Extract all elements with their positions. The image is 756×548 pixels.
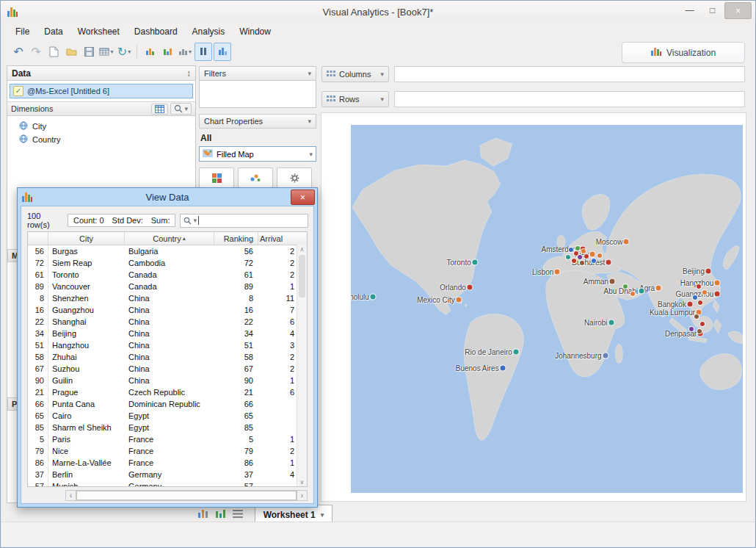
map-point[interactable] — [574, 251, 578, 256]
table-row[interactable]: 21PragueCzech Republic216 — [28, 386, 307, 398]
map-point[interactable] — [698, 300, 702, 305]
map-point[interactable] — [608, 320, 614, 325]
chart-type-select[interactable]: Filled Map ▾ — [199, 146, 316, 162]
table-row[interactable]: 72Siem ReapCambodia722 — [28, 257, 307, 269]
horizontal-scrollbar[interactable]: ‹ › — [65, 490, 308, 501]
map-point[interactable] — [566, 255, 570, 259]
rows-shelf[interactable] — [394, 91, 745, 107]
map-point[interactable] — [584, 254, 589, 259]
marks-properties-button[interactable] — [238, 167, 273, 188]
column-header-country[interactable]: Country▴ — [125, 232, 214, 245]
map-point[interactable] — [581, 249, 586, 253]
search-box[interactable]: ▾ — [180, 214, 308, 228]
map-point[interactable] — [575, 246, 580, 250]
table-row[interactable]: 61TorontoCanada612 — [28, 269, 307, 281]
map-point[interactable] — [697, 284, 701, 289]
dimension-field-country[interactable]: Country — [9, 133, 194, 146]
map-point[interactable] — [715, 281, 720, 286]
new-dashboard-button[interactable] — [215, 508, 226, 521]
filters-drop-area[interactable] — [199, 81, 316, 108]
map-point[interactable] — [610, 279, 615, 284]
settings-button[interactable] — [277, 167, 312, 188]
map-point[interactable] — [456, 298, 461, 303]
map-point[interactable] — [697, 329, 702, 334]
map-point[interactable] — [694, 314, 699, 319]
close-button[interactable]: × — [724, 2, 752, 19]
table-row[interactable]: 34BeijingChina344 — [28, 328, 307, 339]
columns-shelf[interactable] — [394, 66, 745, 82]
refresh-button[interactable]: ↻▾ — [116, 43, 132, 60]
map-point[interactable] — [715, 292, 720, 297]
column-header-arrival[interactable]: Arrival — [258, 232, 307, 245]
fit-view-button[interactable] — [195, 43, 212, 61]
table-row[interactable]: 79NiceFrance792 — [28, 445, 307, 457]
map-point[interactable] — [578, 255, 582, 259]
map-point[interactable] — [606, 260, 611, 265]
map-point[interactable] — [639, 289, 644, 294]
undo-button[interactable]: ↶ — [10, 43, 26, 60]
table-row[interactable]: 66Punta CanaDominican Republic66 — [28, 398, 307, 410]
map-point[interactable] — [472, 260, 477, 265]
collapse-expand-icon[interactable]: ↕ — [186, 68, 191, 79]
map-point[interactable] — [467, 285, 472, 290]
vertical-scrollbar[interactable]: ∧ ∨ — [297, 245, 307, 486]
columns-shelf-button[interactable]: Columns ▾ — [321, 66, 389, 82]
menu-item-worksheet[interactable]: Worksheet — [70, 24, 127, 40]
map-point[interactable] — [687, 302, 692, 307]
scroll-up-icon[interactable]: ∧ — [297, 245, 307, 253]
table-row[interactable]: 22ShanghaiChina226 — [28, 316, 307, 328]
column-header-ranking[interactable]: Ranking — [214, 232, 258, 245]
dimension-field-city[interactable]: City — [9, 120, 194, 133]
scroll-right-icon[interactable]: › — [297, 490, 308, 501]
new-worksheet-button[interactable] — [197, 508, 208, 521]
scroll-down-icon[interactable]: ∨ — [297, 477, 307, 486]
save-button[interactable] — [81, 43, 97, 60]
map-point[interactable] — [590, 252, 595, 257]
visualization-tab[interactable]: Visualization — [622, 42, 745, 63]
maximize-button[interactable]: □ — [702, 2, 723, 18]
table-row[interactable]: 37BerlinGermany374 — [28, 469, 307, 480]
aggregate-button[interactable]: ▾ — [177, 43, 193, 60]
map-point[interactable] — [370, 295, 375, 300]
minimize-button[interactable]: — — [679, 2, 700, 18]
map-point[interactable] — [513, 349, 518, 354]
table-row[interactable]: 67SuzhouChina672 — [28, 363, 307, 375]
table-row[interactable]: 57MunichGermany57 — [28, 480, 307, 487]
table-row[interactable]: 85Sharm el SheikhEgypt85 — [28, 422, 307, 433]
table-row[interactable]: 90GuilinChina901 — [28, 375, 307, 386]
map-point[interactable] — [603, 353, 608, 358]
menu-item-analysis[interactable]: Analysis — [185, 24, 233, 40]
table-row[interactable]: 89VancouverCanada891 — [28, 281, 307, 292]
map-point[interactable] — [689, 327, 694, 331]
table-row[interactable]: 8ShenzhenChina811 — [28, 292, 307, 304]
table-row[interactable]: 65CairoEgypt65 — [28, 410, 307, 422]
table-row[interactable]: 51HangzhouChina513 — [28, 339, 307, 351]
find-field-button[interactable]: ▾ — [170, 103, 192, 115]
chart-properties-header[interactable]: Chart Properties ▾ — [199, 114, 316, 129]
color-properties-button[interactable] — [199, 167, 234, 188]
add-data-source-button[interactable]: ▾ — [98, 43, 115, 60]
table-row[interactable]: 56BurgasBulgaria562 — [28, 245, 307, 257]
map-point[interactable] — [706, 269, 711, 274]
map-point[interactable] — [500, 365, 505, 370]
view-data-grid-button[interactable] — [151, 104, 168, 115]
table-row[interactable]: 86Marne-La-ValléeFrance861 — [28, 457, 307, 469]
menu-item-data[interactable]: Data — [37, 24, 70, 40]
menu-item-file[interactable]: File — [8, 24, 37, 40]
rows-shelf-button[interactable]: Rows ▾ — [321, 91, 389, 107]
table-row[interactable]: 58ZhuhaiChina582 — [28, 351, 307, 363]
scrollbar-thumb[interactable] — [299, 255, 305, 298]
view-data-title-bar[interactable]: View Data × — [18, 188, 317, 206]
table-row[interactable]: 5ParisFrance51 — [28, 433, 307, 445]
scroll-left-icon[interactable]: ‹ — [65, 490, 76, 501]
map-point[interactable] — [569, 248, 573, 252]
map-point[interactable] — [580, 261, 584, 265]
map-point[interactable] — [555, 270, 560, 275]
map-point[interactable] — [597, 253, 602, 258]
map-point[interactable] — [592, 259, 596, 263]
search-input[interactable] — [200, 216, 305, 225]
sheet-list-button[interactable] — [233, 508, 243, 521]
world-map-visualization[interactable]: MoscowAmsterdamKievBucharestTorontoLisbo… — [351, 125, 743, 493]
hscrollbar-thumb[interactable] — [76, 491, 297, 500]
add-row-chart-button[interactable] — [142, 43, 158, 60]
